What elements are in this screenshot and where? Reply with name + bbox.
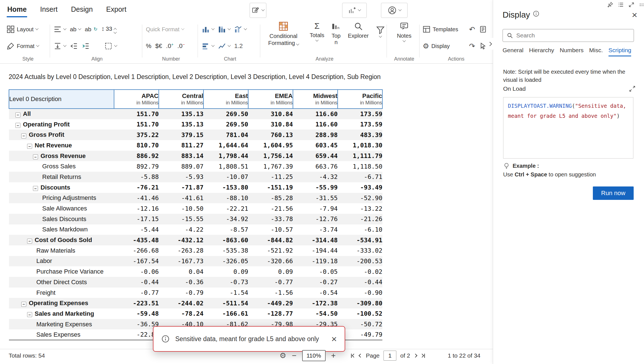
value-cell[interactable]: -0.27 <box>293 277 338 288</box>
value-cell[interactable]: -8.57 <box>203 224 248 235</box>
increase-indent-button[interactable] <box>82 42 89 50</box>
value-cell[interactable]: 310.84 <box>248 119 293 130</box>
vertical-align-button[interactable] <box>54 42 66 50</box>
value-cell[interactable]: -0.54 <box>293 288 338 298</box>
value-cell[interactable]: 1,756.14 <box>248 151 293 161</box>
zoom-level-box[interactable]: 110% <box>302 350 326 361</box>
value-cell[interactable]: -0.44 <box>338 277 382 288</box>
value-cell[interactable]: 760.13 <box>248 130 293 140</box>
value-cell[interactable]: 1,767.39 <box>248 161 293 172</box>
ribbon-tab-home[interactable]: Home <box>7 3 27 17</box>
decimal-sample-button[interactable]: 1.2 <box>234 42 243 50</box>
value-cell[interactable]: -167.73 <box>159 256 203 267</box>
value-cell[interactable]: 375.22 <box>114 130 159 140</box>
increase-decimal-button[interactable]: .0+ <box>166 42 174 50</box>
value-cell[interactable]: 116.60 <box>293 109 338 119</box>
value-cell[interactable]: -200.53 <box>338 256 382 267</box>
undo-button[interactable]: ↶ <box>469 26 475 33</box>
value-cell[interactable]: -320.66 <box>248 256 293 267</box>
value-cell[interactable]: -128.77 <box>248 308 293 319</box>
value-cell[interactable]: -59.48 <box>114 308 159 319</box>
value-cell[interactable]: -223.51 <box>114 298 159 308</box>
value-cell[interactable]: 659.44 <box>293 151 338 161</box>
value-cell[interactable]: 0.04 <box>159 266 203 277</box>
value-cell[interactable]: 135.13 <box>159 119 203 130</box>
value-cell[interactable]: -5.93 <box>159 172 203 182</box>
expand-editor-icon[interactable] <box>629 85 636 92</box>
search-input[interactable] <box>516 32 634 39</box>
value-cell[interactable]: -76.21 <box>114 182 159 193</box>
layout-button[interactable]: Layout <box>7 25 38 33</box>
value-cell[interactable]: -7.94 <box>293 203 338 214</box>
panel-close-icon[interactable]: × <box>632 10 637 20</box>
account-button[interactable] <box>381 3 408 18</box>
value-cell[interactable]: -78.24 <box>159 308 203 319</box>
ribbon-tab-export[interactable]: Export <box>106 3 127 17</box>
run-now-button[interactable]: Run now <box>593 186 634 200</box>
row-header-cell[interactable]: Level 0 Description <box>9 90 114 109</box>
value-cell[interactable]: -36.59 <box>114 319 159 330</box>
collapse-toggle-icon[interactable]: − <box>27 144 32 149</box>
decrease-indent-button[interactable] <box>70 42 78 50</box>
value-cell[interactable]: -88.10 <box>203 193 248 203</box>
value-cell[interactable]: -41.46 <box>114 193 159 203</box>
stepper-arrows[interactable] <box>114 27 116 33</box>
redo-button[interactable]: ↷ <box>469 42 475 50</box>
value-cell[interactable]: -535.38 <box>203 245 248 256</box>
value-cell[interactable]: -511.54 <box>203 298 248 308</box>
row-label-cell[interactable]: Marketing Expenses <box>9 319 114 330</box>
column-header-cell[interactable]: Midwestin Millions <box>293 90 338 109</box>
value-cell[interactable]: -153.80 <box>203 182 248 193</box>
value-cell[interactable]: -41.61 <box>159 193 203 203</box>
value-cell[interactable]: 1,604.95 <box>248 140 293 151</box>
value-cell[interactable]: -0.44 <box>114 277 159 288</box>
value-cell[interactable]: -85.28 <box>248 193 293 203</box>
value-cell[interactable]: -4.22 <box>159 224 203 235</box>
value-cell[interactable]: -167.54 <box>114 256 159 267</box>
value-cell[interactable]: 0.09 <box>248 266 293 277</box>
value-cell[interactable]: 663.76 <box>293 161 338 172</box>
row-label-cell[interactable]: Raw Materials <box>9 245 114 256</box>
value-cell[interactable]: 1,111.79 <box>338 151 382 161</box>
row-label-cell[interactable]: −Gross Revenue <box>9 151 114 161</box>
more-options-icon[interactable] <box>639 2 644 8</box>
pin-icon[interactable] <box>607 2 613 8</box>
value-cell[interactable]: -34.92 <box>203 214 248 224</box>
value-cell[interactable]: 886.92 <box>114 151 159 161</box>
value-cell[interactable]: -31.55 <box>293 193 338 203</box>
ribbon-tab-design[interactable]: Design <box>70 3 93 17</box>
column-header-cell[interactable]: EMEAin Millions <box>248 90 293 109</box>
value-cell[interactable]: -13.22 <box>338 203 382 214</box>
value-cell[interactable]: 173.59 <box>338 109 382 119</box>
value-cell[interactable]: -10.57 <box>248 224 293 235</box>
value-cell[interactable]: -194.44 <box>293 245 338 256</box>
tab-scripting[interactable]: Scripting <box>609 47 631 56</box>
value-cell[interactable]: -844.82 <box>248 235 293 245</box>
value-cell[interactable]: -17.15 <box>114 214 159 224</box>
value-cell[interactable]: -5.88 <box>114 172 159 182</box>
value-cell[interactable]: 151.70 <box>114 109 159 119</box>
row-label-cell[interactable]: Other Direct Costs <box>9 277 114 288</box>
row-label-cell[interactable]: Gross Sales <box>9 161 114 172</box>
value-cell[interactable]: -10.07 <box>203 172 248 182</box>
value-cell[interactable]: -326.05 <box>203 256 248 267</box>
value-cell[interactable]: 1,808.51 <box>203 161 248 172</box>
value-cell[interactable]: -6.10 <box>338 224 382 235</box>
value-cell[interactable]: -0.02 <box>338 266 382 277</box>
value-cell[interactable]: -15.55 <box>159 214 203 224</box>
expand-icon[interactable] <box>628 2 634 8</box>
first-page-button[interactable] <box>351 354 355 358</box>
value-cell[interactable]: 1,644.64 <box>203 140 248 151</box>
value-cell[interactable]: -0.73 <box>203 277 248 288</box>
column-header-cell[interactable]: Pacificin Millions <box>338 90 382 109</box>
last-page-button[interactable] <box>421 354 425 358</box>
tab-misc[interactable]: Misc. <box>589 47 603 56</box>
clipboard-button[interactable] <box>479 25 487 33</box>
tab-hierarchy[interactable]: Hierarchy <box>529 47 554 56</box>
row-label-cell[interactable]: −Net Revenue <box>9 140 114 151</box>
edit-visual-button[interactable] <box>250 3 266 18</box>
value-cell[interactable]: -333.02 <box>338 245 382 256</box>
row-label-cell[interactable]: −Operating Expenses <box>9 298 114 308</box>
row-label-cell[interactable]: Retail Returns <box>9 172 114 182</box>
row-height-stepper[interactable]: ↕ 33 <box>101 25 116 33</box>
